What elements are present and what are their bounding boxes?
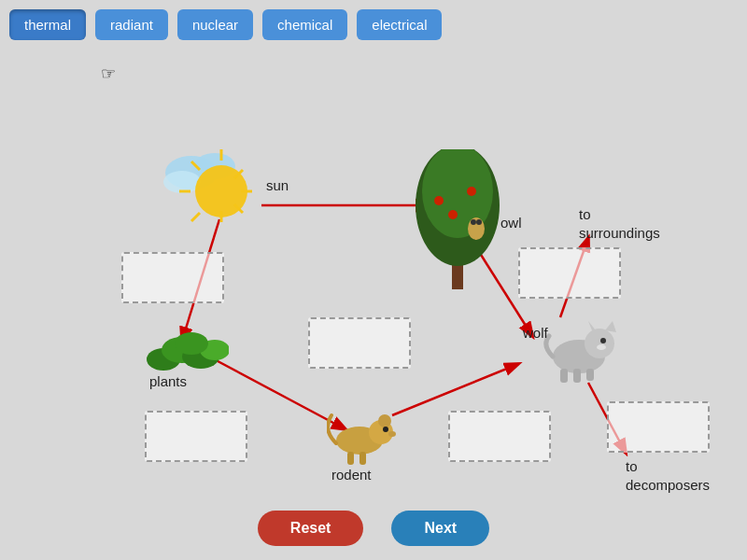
drop-box-middle[interactable] (308, 317, 411, 369)
wolf-illustration (542, 317, 616, 386)
tree-illustration (411, 149, 504, 293)
svg-rect-41 (586, 369, 594, 381)
bottom-bar: Reset Next (0, 511, 747, 546)
drop-box-rodent-right[interactable] (448, 411, 551, 462)
svg-rect-40 (573, 369, 581, 383)
svg-point-38 (597, 344, 606, 350)
svg-line-4 (392, 364, 518, 415)
svg-point-44 (378, 414, 391, 427)
svg-point-37 (600, 338, 606, 343)
drop-box-wolf-right[interactable] (607, 401, 710, 453)
next-button[interactable]: Next (391, 511, 489, 546)
plants-label: plants (149, 373, 187, 389)
electrical-button[interactable]: electrical (357, 9, 442, 40)
owl-label: owl (500, 215, 522, 231)
wolf-label: wolf (523, 325, 548, 341)
svg-marker-36 (588, 321, 596, 330)
svg-point-34 (585, 329, 614, 358)
svg-point-9 (163, 171, 201, 193)
svg-rect-48 (359, 452, 366, 465)
svg-marker-35 (605, 321, 616, 332)
svg-point-32 (175, 332, 208, 355)
svg-point-27 (476, 219, 482, 225)
thermal-button[interactable]: thermal (9, 9, 86, 40)
svg-rect-47 (347, 452, 354, 465)
svg-point-45 (383, 427, 388, 432)
to-decomposers-label: to decomposers (626, 457, 710, 494)
svg-point-23 (467, 187, 476, 196)
drop-box-surroundings[interactable] (518, 247, 621, 299)
sun-illustration (163, 140, 257, 232)
svg-point-26 (471, 219, 476, 225)
svg-point-25 (468, 217, 485, 240)
plants-illustration (145, 317, 229, 382)
rodent-label: rodent (331, 467, 372, 483)
reset-button[interactable]: Reset (258, 511, 364, 546)
drop-box-sun-left[interactable] (121, 252, 224, 303)
svg-point-46 (388, 431, 396, 437)
toolbar: thermal radiant nuclear chemical electri… (9, 9, 442, 40)
rodent-illustration (327, 401, 402, 470)
to-surroundings-label: to surroundings (579, 205, 660, 242)
svg-point-22 (434, 196, 444, 205)
drop-box-plants[interactable] (145, 411, 247, 462)
diagram-area: sun owl plants (0, 65, 747, 504)
radiant-button[interactable]: radiant (95, 9, 168, 40)
svg-point-24 (448, 210, 458, 219)
nuclear-button[interactable]: nuclear (177, 9, 253, 40)
chemical-button[interactable]: chemical (262, 9, 347, 40)
svg-line-18 (191, 213, 200, 221)
sun-label: sun (266, 177, 289, 193)
svg-rect-39 (560, 369, 568, 383)
